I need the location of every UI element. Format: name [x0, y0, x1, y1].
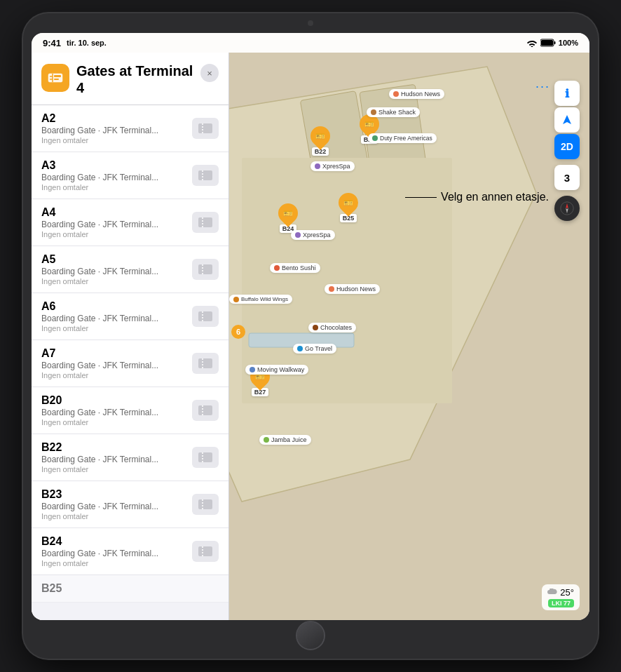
svg-rect-26 — [198, 546, 212, 556]
gate-reviews: Ingen omtaler — [41, 465, 185, 473]
gate-ticket-icon — [192, 306, 219, 327]
ticket-small-icon — [198, 169, 213, 182]
svg-rect-21 — [198, 311, 212, 321]
gate-reviews: Ingen omtaler — [41, 324, 185, 332]
location-button[interactable] — [554, 107, 580, 133]
temperature-value: 25° — [560, 587, 574, 598]
gate-pin-b22[interactable]: 🎫 B22 — [310, 126, 330, 156]
shop-shake-shack: Shake Shack — [367, 107, 420, 117]
gate-name: B23 — [41, 488, 185, 501]
gate-reviews: Ingen omtaler — [41, 183, 185, 191]
view-2d-button[interactable]: 2D — [554, 134, 580, 159]
ipad-frame: 9:41 tir. 10. sep. 100% — [23, 13, 598, 659]
gate-ticket-icon — [192, 447, 219, 468]
gate-ticket-icon — [192, 541, 219, 562]
gate-name: A7 — [41, 347, 185, 360]
ticket-small-icon — [198, 263, 213, 276]
ticket-small-icon — [198, 216, 213, 229]
shop-xpresspa-1: XpresSpa — [310, 161, 355, 171]
lki-badge: LKI 77 — [548, 599, 574, 607]
panel-header: Gates at Terminal 4 × — [32, 53, 228, 105]
svg-rect-23 — [198, 405, 212, 415]
panel-icon — [41, 64, 69, 92]
gate-name: B22 — [41, 441, 185, 454]
shop-hudson-news-1: Hudson News — [389, 89, 444, 99]
ticket-small-icon — [198, 404, 213, 417]
ticket-small-icon — [198, 545, 213, 558]
gate-name: B25 — [41, 582, 219, 595]
gate-ticket-icon — [192, 259, 219, 280]
gate-item-b23[interactable]: B23 Boarding Gate · JFK Terminal... Inge… — [32, 481, 228, 528]
svg-rect-13 — [48, 74, 62, 82]
ticket-small-icon — [198, 498, 213, 511]
gate-ticket-icon — [192, 212, 219, 233]
close-button[interactable]: × — [200, 64, 219, 82]
gate-name: B20 — [41, 394, 185, 407]
status-bar: 9:41 tir. 10. sep. 100% — [32, 33, 589, 53]
gate-name: A6 — [41, 300, 185, 313]
gate-ticket-icon — [192, 400, 219, 421]
more-button[interactable]: ··· — [535, 79, 550, 94]
battery-icon — [540, 39, 556, 47]
compass-button[interactable] — [554, 196, 580, 221]
ticket-small-icon — [198, 310, 213, 323]
ticket-small-icon — [198, 451, 213, 464]
gate-item-a2[interactable]: A2 Boarding Gate · JFK Terminal... Ingen… — [32, 105, 228, 152]
gate-subtitle: Boarding Gate · JFK Terminal... — [41, 502, 185, 511]
gate-subtitle: Boarding Gate · JFK Terminal... — [41, 314, 185, 323]
floor-annotation-line — [405, 197, 437, 198]
map-controls: ℹ 2D 3 — [554, 81, 580, 221]
gate-name: A4 — [41, 206, 185, 219]
gate-ticket-icon — [192, 353, 219, 374]
info-button[interactable]: ℹ — [554, 81, 580, 106]
shop-jamba-juice: Jamba Juice — [259, 435, 311, 445]
floor-annotation: Velg en annen etasje. — [405, 190, 549, 205]
svg-rect-19 — [198, 217, 212, 227]
gate-item-b24[interactable]: B24 Boarding Gate · JFK Terminal... Inge… — [32, 528, 228, 575]
ticket-icon — [48, 70, 63, 86]
gate-ticket-icon — [192, 494, 219, 515]
gate-marker-6[interactable]: 6 — [231, 325, 245, 339]
svg-rect-15 — [54, 75, 61, 77]
svg-rect-16 — [54, 79, 59, 80]
status-time: 9:41 — [43, 38, 61, 48]
gate-ticket-icon — [192, 118, 219, 139]
gate-item-a4[interactable]: A4 Boarding Gate · JFK Terminal... Ingen… — [32, 199, 228, 246]
gate-reviews: Ingen omtaler — [41, 418, 185, 426]
svg-rect-17 — [198, 123, 212, 133]
compass-icon — [559, 201, 575, 216]
status-date: tir. 10. sep. — [67, 39, 107, 47]
gate-item-a5[interactable]: A5 Boarding Gate · JFK Terminal... Ingen… — [32, 246, 228, 293]
floor-button[interactable]: 3 — [554, 165, 580, 190]
gate-item-b22[interactable]: B22 Boarding Gate · JFK Terminal... Inge… — [32, 434, 228, 481]
gate-item-a7[interactable]: A7 Boarding Gate · JFK Terminal... Ingen… — [32, 340, 228, 387]
svg-rect-18 — [198, 170, 212, 180]
gate-pin-b25[interactable]: 🎫 B25 — [339, 193, 358, 222]
gate-item-a3[interactable]: A3 Boarding Gate · JFK Terminal... Ingen… — [32, 152, 228, 199]
gate-pin-b24[interactable]: 🎫 B24 — [278, 203, 298, 233]
shop-bento-sushi: Bento Sushi — [270, 263, 320, 273]
shop-moving-walkway: Moving Walkway — [245, 365, 308, 375]
gate-item-partial[interactable]: B25 — [32, 575, 228, 603]
floor-label: 3 — [564, 172, 570, 184]
gate-reviews: Ingen omtaler — [41, 277, 185, 285]
gate-subtitle: Boarding Gate · JFK Terminal... — [41, 408, 185, 417]
home-button[interactable] — [296, 621, 325, 650]
screen: 9:41 tir. 10. sep. 100% — [32, 33, 589, 620]
gate-subtitle: Boarding Gate · JFK Terminal... — [41, 549, 185, 558]
svg-rect-22 — [198, 358, 212, 368]
ticket-small-icon — [198, 122, 213, 135]
wifi-icon — [526, 39, 538, 47]
gate-item-a6[interactable]: A6 Boarding Gate · JFK Terminal... Ingen… — [32, 293, 228, 340]
gate-reviews: Ingen omtaler — [41, 559, 185, 567]
gate-subtitle: Boarding Gate · JFK Terminal... — [41, 361, 185, 370]
shop-duty-free: Duty Free Americas — [368, 133, 437, 143]
front-camera — [308, 20, 313, 26]
gate-item-b20[interactable]: B20 Boarding Gate · JFK Terminal... Inge… — [32, 387, 228, 434]
gate-subtitle: Boarding Gate · JFK Terminal... — [41, 173, 185, 182]
gate-subtitle: Boarding Gate · JFK Terminal... — [41, 220, 185, 229]
gate-subtitle: Boarding Gate · JFK Terminal... — [41, 267, 185, 276]
shop-chocolates: Chocolates — [308, 323, 356, 332]
gate-subtitle: Boarding Gate · JFK Terminal... — [41, 126, 185, 135]
ticket-small-icon — [198, 357, 213, 370]
